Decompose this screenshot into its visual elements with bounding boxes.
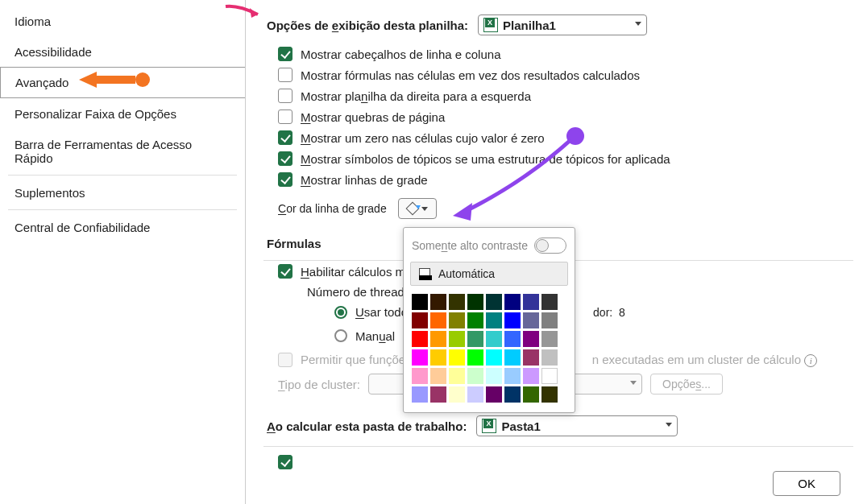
- color-swatch[interactable]: [504, 312, 521, 328]
- color-swatch[interactable]: [430, 294, 446, 310]
- label-manual-threads: Manual: [355, 329, 395, 343]
- sidebar-item-central-confiabilidade[interactable]: Central de Confiabilidade: [0, 212, 245, 242]
- options-sidebar: Idioma Acessibilidade Avançado Personali…: [0, 0, 245, 504]
- checkbox-multithread[interactable]: [278, 264, 293, 279]
- color-swatch[interactable]: [467, 294, 483, 310]
- color-swatch[interactable]: [412, 312, 428, 328]
- label-page-breaks: Mostrar quebras de página: [301, 110, 445, 124]
- color-swatch[interactable]: [412, 349, 428, 366]
- color-swatch[interactable]: [486, 312, 502, 328]
- excel-icon: [483, 18, 498, 32]
- color-swatch[interactable]: [449, 294, 465, 310]
- color-swatch[interactable]: [412, 331, 428, 347]
- color-swatch[interactable]: [504, 294, 521, 310]
- color-swatch-grid: [410, 292, 568, 404]
- color-swatch[interactable]: [430, 312, 446, 328]
- color-swatch[interactable]: [504, 349, 521, 366]
- calc-workbook-header: Ao calcular esta pasta de trabalho: Past…: [267, 415, 853, 436]
- label-gridline-color: Cor da linha de grade: [278, 202, 387, 215]
- sidebar-item-acessibilidade[interactable]: Acessibilidade: [0, 36, 245, 67]
- ok-button[interactable]: OK: [773, 471, 840, 496]
- color-swatch[interactable]: [541, 331, 558, 347]
- color-swatch[interactable]: [523, 349, 539, 366]
- color-swatch[interactable]: [467, 312, 483, 328]
- color-swatch[interactable]: [467, 386, 483, 403]
- excel-icon: [482, 419, 496, 433]
- color-swatch[interactable]: [467, 368, 483, 384]
- label-show-formulas: Mostrar fórmulas nas células em vez dos …: [301, 68, 640, 82]
- auto-color-icon: [419, 268, 430, 279]
- radio-manual-threads[interactable]: [334, 329, 347, 342]
- color-swatch[interactable]: [486, 349, 502, 366]
- annotation-purple-dot: [566, 127, 584, 145]
- color-swatch[interactable]: [486, 368, 502, 384]
- color-picker-popup: Somente alto contraste Automática: [403, 227, 575, 413]
- color-swatch[interactable]: [504, 386, 521, 403]
- color-swatch[interactable]: [541, 349, 558, 366]
- color-swatch[interactable]: [523, 386, 539, 403]
- color-swatch[interactable]: [541, 386, 558, 403]
- display-options-header: Opções de exibição desta planilha: Plani…: [267, 14, 853, 35]
- checkbox-calc-option[interactable]: [278, 455, 293, 469]
- label-processor-suffix: dor: 8: [593, 306, 625, 319]
- color-swatch[interactable]: [541, 294, 558, 310]
- color-swatch[interactable]: [504, 368, 521, 384]
- cluster-options-button: Opções...: [650, 374, 723, 395]
- color-swatch[interactable]: [430, 349, 446, 366]
- label-show-zeros: Mostrar um zero nas células cujo valor é…: [301, 131, 545, 145]
- sidebar-item-avancado[interactable]: Avançado: [0, 67, 245, 98]
- checkbox-outline-symbols[interactable]: [278, 151, 293, 166]
- color-swatch[interactable]: [523, 368, 539, 384]
- color-swatch[interactable]: [449, 312, 465, 328]
- checkbox-rtl-sheet[interactable]: [278, 89, 293, 103]
- color-swatch[interactable]: [467, 349, 483, 366]
- color-swatch[interactable]: [412, 294, 428, 310]
- color-swatch[interactable]: [541, 312, 558, 328]
- checkbox-cluster: [278, 353, 293, 367]
- paint-bucket-icon: [407, 203, 418, 214]
- label-row-col-headers: Mostrar cabeçalhos de linha e coluna: [301, 48, 500, 61]
- color-swatch[interactable]: [430, 368, 446, 384]
- color-swatch[interactable]: [523, 312, 539, 328]
- sidebar-item-suplementos[interactable]: Suplementos: [0, 177, 245, 208]
- workbook-dropdown[interactable]: Pasta1: [476, 415, 678, 436]
- worksheet-dropdown[interactable]: Planilha1: [478, 14, 647, 35]
- checkbox-show-formulas[interactable]: [278, 68, 293, 82]
- checkbox-row-col-headers[interactable]: [278, 47, 293, 61]
- label-cluster-type: Tipo de cluster:: [278, 378, 360, 391]
- color-swatch[interactable]: [541, 368, 558, 384]
- radio-use-all-processors[interactable]: [334, 306, 347, 319]
- label-high-contrast: Somente alto contraste: [412, 239, 528, 252]
- sidebar-item-personalizar-faixa[interactable]: Personalizar Faixa de Opções: [0, 98, 245, 129]
- toggle-high-contrast[interactable]: [534, 238, 566, 254]
- sidebar-item-idioma[interactable]: Idioma: [0, 6, 245, 36]
- info-icon[interactable]: i: [804, 354, 817, 367]
- color-swatch[interactable]: [486, 294, 502, 310]
- checkbox-gridlines[interactable]: [278, 172, 293, 187]
- color-swatch[interactable]: [523, 294, 539, 310]
- label-rtl-sheet: Mostrar planilha da direita para a esque…: [301, 89, 531, 103]
- checkbox-page-breaks[interactable]: [278, 109, 293, 124]
- checkbox-show-zeros[interactable]: [278, 130, 293, 145]
- color-swatch[interactable]: [449, 386, 465, 403]
- color-swatch[interactable]: [504, 331, 521, 347]
- label-outline-symbols: Mostrar símbolos de tópicos se uma estru…: [301, 152, 670, 166]
- color-swatch[interactable]: [467, 331, 483, 347]
- color-swatch[interactable]: [449, 368, 465, 384]
- gridline-color-button[interactable]: [398, 198, 437, 219]
- color-swatch[interactable]: [412, 386, 428, 403]
- color-swatch[interactable]: [412, 368, 428, 384]
- color-swatch[interactable]: [486, 331, 502, 347]
- color-swatch[interactable]: [523, 331, 539, 347]
- color-swatch[interactable]: [449, 331, 465, 347]
- chevron-down-icon: [666, 423, 672, 427]
- color-swatch[interactable]: [449, 349, 465, 366]
- color-swatch[interactable]: [430, 331, 446, 347]
- chevron-down-icon: [635, 22, 641, 26]
- label-gridlines: Mostrar linhas de grade: [301, 173, 428, 187]
- color-swatch[interactable]: [486, 386, 502, 403]
- chevron-down-icon: [630, 381, 637, 385]
- color-swatch[interactable]: [430, 386, 446, 403]
- color-automatic[interactable]: Automática: [410, 262, 568, 286]
- sidebar-item-barra-acesso-rapido[interactable]: Barra de Ferramentas de Acesso Rápido: [0, 129, 245, 173]
